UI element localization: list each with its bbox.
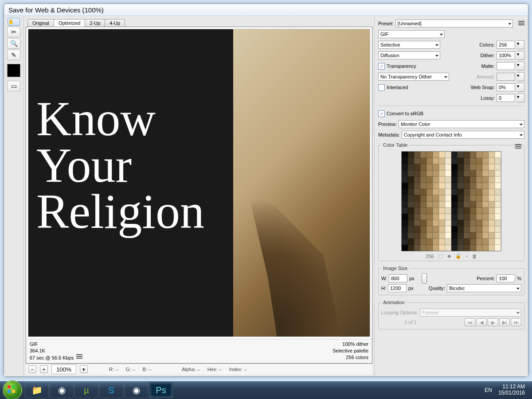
color-swatch[interactable] [464,232,470,239]
colors-input[interactable] [497,41,515,49]
color-swatch[interactable] [439,220,445,226]
taskbar-chrome-icon[interactable]: ◉ [50,382,74,398]
color-swatch[interactable] [402,239,408,245]
color-swatch[interactable] [458,239,464,245]
color-swatch[interactable] [414,201,420,207]
color-swatch[interactable] [408,214,414,220]
color-swatch[interactable] [426,183,433,189]
color-swatch[interactable] [433,207,439,214]
color-swatch[interactable] [402,201,408,207]
color-swatch[interactable] [464,189,470,195]
color-swatch[interactable] [402,189,408,195]
color-swatch[interactable] [482,183,489,189]
color-swatch[interactable] [495,158,501,164]
color-swatch[interactable] [470,207,476,214]
color-swatch[interactable] [414,195,420,201]
ct-new-icon[interactable]: ▫ [466,254,468,259]
color-swatch[interactable] [489,170,495,176]
color-swatch[interactable] [439,158,445,164]
color-swatch[interactable] [433,226,439,232]
color-swatch[interactable] [476,170,482,176]
color-swatch[interactable] [489,214,495,220]
preview-canvas[interactable]: Know Your Religion [28,29,370,337]
color-swatch[interactable] [439,201,445,207]
color-swatch[interactable] [433,164,439,170]
lossy-input[interactable] [497,94,515,102]
color-swatch[interactable] [482,164,489,170]
color-swatch[interactable] [426,239,433,245]
color-swatch[interactable] [439,207,445,214]
color-swatch[interactable] [470,201,476,207]
taskbar-photoshop-icon[interactable]: Ps [149,382,173,398]
color-swatch[interactable] [482,152,489,158]
color-swatch[interactable] [439,189,445,195]
color-swatch[interactable] [476,245,482,251]
color-swatch[interactable] [426,164,433,170]
zoom-tool[interactable]: 🔍 [7,38,20,49]
color-swatch[interactable] [458,158,464,164]
color-swatch[interactable] [470,214,476,220]
color-swatch[interactable] [482,239,489,245]
color-swatch[interactable] [489,152,495,158]
color-table-grid[interactable] [401,151,501,251]
color-swatch[interactable] [495,232,501,239]
color-swatch[interactable] [451,220,458,226]
format-select[interactable]: GIF [378,30,445,38]
color-swatch[interactable] [476,176,482,183]
color-reduction-select[interactable]: Selective [378,41,440,49]
preset-select[interactable]: [Unnamed] [395,20,513,27]
color-swatch[interactable] [482,226,489,232]
color-swatch[interactable] [426,176,433,183]
color-swatch[interactable] [482,207,489,214]
color-swatch[interactable] [439,245,445,251]
color-swatch[interactable] [414,207,420,214]
color-swatch[interactable] [439,170,445,176]
color-swatch[interactable] [482,189,489,195]
color-swatch[interactable] [495,245,501,251]
color-swatch[interactable] [402,152,408,158]
color-swatch[interactable] [489,226,495,232]
matte-spinner[interactable]: ▾ [517,62,524,70]
color-swatch[interactable] [464,170,470,176]
taskbar-explorer-icon[interactable]: 📁 [25,382,49,398]
color-swatch[interactable] [402,207,408,214]
color-swatch[interactable] [408,201,414,207]
websnap-input[interactable] [497,83,515,91]
tab-optimized[interactable]: Optimized [54,19,86,27]
color-swatch[interactable] [470,158,476,164]
color-swatch[interactable] [439,232,445,239]
color-swatch[interactable] [426,170,433,176]
taskbar-utorrent-icon[interactable]: µ [74,382,98,398]
color-swatch[interactable] [458,195,464,201]
color-swatch[interactable] [408,158,414,164]
color-swatch[interactable] [420,195,426,201]
color-swatch[interactable] [495,152,501,158]
color-swatch[interactable] [464,201,470,207]
color-swatch[interactable] [420,239,426,245]
color-swatch[interactable] [426,195,433,201]
color-swatch[interactable] [408,207,414,214]
color-swatch[interactable] [451,239,458,245]
color-swatch[interactable] [439,183,445,189]
color-swatch[interactable] [464,226,470,232]
color-swatch[interactable] [426,158,433,164]
color-swatch[interactable] [408,183,414,189]
color-swatch[interactable] [426,201,433,207]
color-swatch[interactable] [426,189,433,195]
color-swatch[interactable] [489,189,495,195]
color-swatch[interactable] [482,170,489,176]
color-swatch[interactable] [495,214,501,220]
zoom-level-input[interactable] [51,364,76,374]
preview-select[interactable]: Monitor Color [399,120,524,128]
color-swatch[interactable] [476,158,482,164]
color-swatch[interactable] [439,226,445,232]
color-swatch[interactable] [433,214,439,220]
color-swatch[interactable] [420,158,426,164]
color-swatch[interactable] [408,152,414,158]
color-swatch[interactable] [445,201,451,207]
color-swatch[interactable] [489,201,495,207]
color-swatch[interactable] [445,189,451,195]
color-swatch[interactable] [439,195,445,201]
color-swatch[interactable] [482,158,489,164]
color-swatch[interactable] [458,220,464,226]
